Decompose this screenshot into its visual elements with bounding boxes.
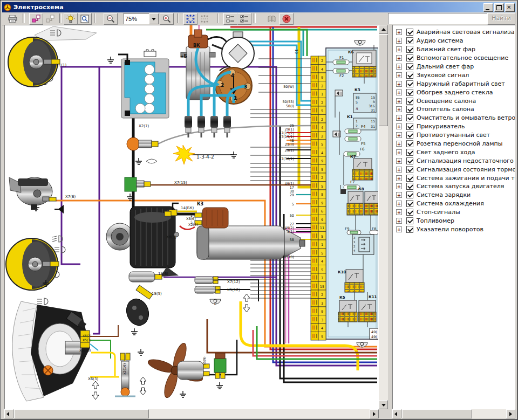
expand-icon[interactable]: + <box>396 201 402 206</box>
system-checkbox[interactable] <box>406 37 413 44</box>
tree-item[interactable]: +Розетка переносной лампы <box>394 140 515 148</box>
expand-icon[interactable]: + <box>396 46 402 52</box>
expand-icon[interactable]: + <box>396 167 402 173</box>
system-label[interactable]: Топливомер <box>417 217 454 224</box>
expand-icon[interactable]: + <box>396 55 402 61</box>
system-label[interactable]: Вспомогательное освещение <box>417 54 508 61</box>
system-label[interactable]: Система зарядки <box>417 191 471 198</box>
expand-list-button[interactable] <box>223 13 237 25</box>
system-checkbox[interactable] <box>406 140 413 147</box>
expand-icon[interactable]: + <box>396 98 402 104</box>
system-checkbox[interactable] <box>406 106 413 113</box>
tree-item[interactable]: +Аудио система <box>394 37 515 45</box>
system-checkbox[interactable] <box>406 183 413 190</box>
system-checkbox[interactable] <box>406 200 413 207</box>
system-label[interactable]: Обогрев заднего стекла <box>417 89 493 96</box>
expand-icon[interactable]: + <box>396 132 402 138</box>
system-checkbox[interactable] <box>406 114 413 121</box>
schematic-canvas[interactable]: 249212524254952589691151545715239345 X1(… <box>4 25 379 409</box>
expand-icon[interactable]: + <box>396 89 402 95</box>
system-label[interactable]: Розетка переносной лампы <box>417 140 502 147</box>
scroll-down-button[interactable] <box>379 400 388 409</box>
tree-item[interactable]: +Система зажигания и подачи топлива <box>394 174 515 182</box>
system-checkbox[interactable] <box>406 217 413 224</box>
highlight-button[interactable] <box>64 13 78 25</box>
tree-item[interactable]: +Свет заднего хода <box>394 148 515 156</box>
select-elements-button[interactable] <box>183 13 197 25</box>
system-label[interactable]: Сигнализация состояния тормозной системы <box>417 166 515 173</box>
expand-icon[interactable]: + <box>396 175 402 181</box>
tree-item[interactable]: +Аварийная световая сигнализация <box>394 28 515 37</box>
system-checkbox[interactable] <box>406 123 413 130</box>
expand-icon[interactable]: + <box>396 141 402 147</box>
system-label[interactable]: Свет заднего хода <box>417 149 475 156</box>
expand-icon[interactable]: + <box>396 226 402 232</box>
system-checkbox[interactable] <box>406 149 413 156</box>
system-label[interactable]: Ближний свет фар <box>417 46 475 53</box>
system-checkbox[interactable] <box>406 63 413 70</box>
panel-horizontal-scrollbar[interactable] <box>392 409 515 418</box>
system-checkbox[interactable] <box>406 166 413 173</box>
expand-icon[interactable]: + <box>396 81 402 87</box>
system-checkbox[interactable] <box>406 72 413 79</box>
system-checkbox[interactable] <box>406 226 413 233</box>
system-checkbox[interactable] <box>406 29 413 36</box>
tree-item[interactable]: +Система запуска двигателя <box>394 182 515 191</box>
expand-icon[interactable]: + <box>396 158 402 164</box>
tree-item[interactable]: +Наружный габаритный свет <box>394 79 515 88</box>
system-label[interactable]: Противотуманный свет <box>417 132 490 139</box>
zoom-out-button[interactable] <box>104 13 118 25</box>
tree-item[interactable]: +Освещение салона <box>394 97 515 105</box>
expand-icon[interactable]: + <box>396 149 402 155</box>
expand-icon[interactable]: + <box>396 64 402 70</box>
check-all-button[interactable] <box>237 13 251 25</box>
maximize-button[interactable] <box>494 3 504 12</box>
system-label[interactable]: Стоп-сигналы <box>417 209 460 216</box>
system-label[interactable]: Сигнализация недостаточного давления мас… <box>417 157 515 164</box>
tree-item[interactable]: +Ближний свет фар <box>394 45 515 54</box>
help-button[interactable] <box>264 13 278 25</box>
expand-icon[interactable]: + <box>396 123 402 129</box>
system-label[interactable]: Звуковой сигнал <box>417 72 469 79</box>
panel-splitter[interactable] <box>388 25 392 419</box>
expand-icon[interactable]: + <box>396 38 402 44</box>
system-label[interactable]: Система охлаждения <box>417 200 484 207</box>
system-checkbox[interactable] <box>406 191 413 198</box>
tree-item[interactable]: +Система охлаждения <box>394 199 515 208</box>
tree-item[interactable]: +Звуковой сигнал <box>394 71 515 79</box>
panel-scroll-right-button[interactable] <box>506 409 515 418</box>
tree-item[interactable]: +Сигнализация недостаточного давления ма… <box>394 156 515 165</box>
tree-item[interactable]: +Отопитель салона <box>394 105 515 114</box>
tree-item[interactable]: +Стоп-сигналы <box>394 208 515 217</box>
system-label[interactable]: Наружный габаритный свет <box>417 80 505 87</box>
find-button[interactable]: Найти <box>487 13 515 25</box>
scroll-left-button[interactable] <box>4 409 13 418</box>
deselect-elements-button[interactable] <box>197 13 212 25</box>
close-button[interactable]: ✕ <box>505 3 515 12</box>
system-label[interactable]: Отопитель салона <box>417 106 474 113</box>
expand-icon[interactable]: + <box>396 106 402 112</box>
tree-item[interactable]: +Топливомер <box>394 217 515 225</box>
expand-icon[interactable]: + <box>396 115 402 121</box>
system-label[interactable]: Освещение салона <box>417 98 476 105</box>
system-checkbox[interactable] <box>406 54 413 61</box>
system-checkbox[interactable] <box>406 175 413 182</box>
tree-item[interactable]: +Обогрев заднего стекла <box>394 88 515 97</box>
system-checkbox[interactable] <box>406 89 413 96</box>
print-button[interactable] <box>5 13 19 25</box>
show-objects-button[interactable] <box>29 13 43 25</box>
canvas-horizontal-scrollbar[interactable] <box>4 409 379 418</box>
exit-button[interactable] <box>280 13 294 25</box>
system-checkbox[interactable] <box>406 98 413 105</box>
system-checkbox[interactable] <box>406 132 413 139</box>
tree-item[interactable]: +Сигнализация состояния тормозной систем… <box>394 165 515 174</box>
tree-item[interactable]: +Прикуриватель <box>394 122 515 131</box>
search-input[interactable] <box>388 13 488 24</box>
zoom-in-button[interactable] <box>160 13 174 25</box>
system-label[interactable]: Дальний свет фар <box>417 63 474 70</box>
expand-icon[interactable]: + <box>396 29 402 35</box>
zoom-dropdown-button[interactable] <box>149 13 159 24</box>
panel-scroll-thumb[interactable] <box>402 409 472 418</box>
scroll-up-button[interactable] <box>379 25 388 34</box>
expand-icon[interactable]: + <box>396 183 402 189</box>
